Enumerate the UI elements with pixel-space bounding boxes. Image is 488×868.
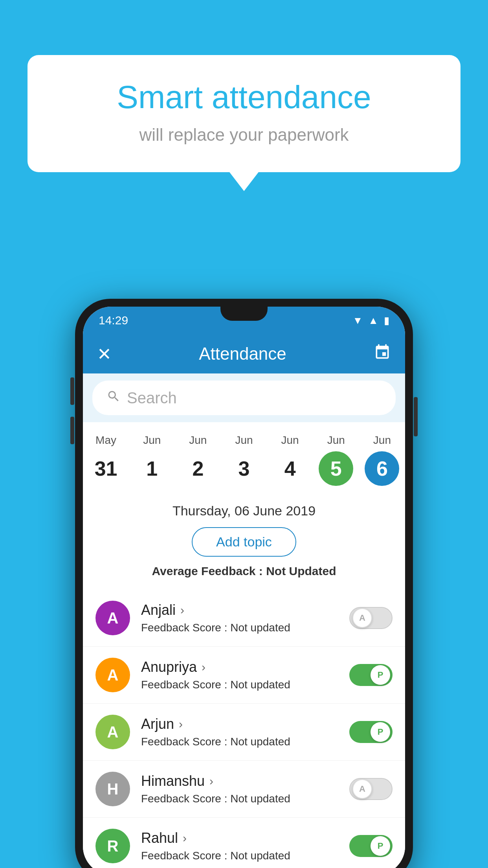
- phone-wrapper: 14:29 ▼ ▲ ▮ ✕ Attendance: [75, 299, 413, 868]
- volume-down-button: [70, 417, 74, 444]
- wifi-icon: ▼: [353, 314, 363, 327]
- student-feedback: Feedback Score : Not updated: [141, 679, 349, 691]
- add-topic-button[interactable]: Add topic: [192, 527, 296, 557]
- status-icons: ▼ ▲ ▮: [353, 314, 389, 327]
- toggle-knob: P: [371, 722, 390, 742]
- speech-bubble-heading: Smart attendance: [59, 79, 429, 116]
- student-info: Himanshu › Feedback Score : Not updated: [141, 773, 349, 805]
- toggle-present[interactable]: P: [349, 721, 393, 743]
- student-item[interactable]: A Anupriya › Feedback Score : Not update…: [83, 647, 405, 704]
- avg-feedback-label: Average Feedback :: [152, 565, 262, 577]
- search-input[interactable]: Search: [127, 389, 382, 407]
- cal-day-1[interactable]: Jun 1: [129, 430, 175, 492]
- toggle-present[interactable]: P: [349, 835, 393, 857]
- cal-day-2[interactable]: Jun 2: [175, 430, 221, 492]
- power-button: [414, 397, 418, 436]
- student-info: Arjun › Feedback Score : Not updated: [141, 716, 349, 748]
- student-info: Anupriya › Feedback Score : Not updated: [141, 659, 349, 691]
- calendar-row: May 31 Jun 1 Jun 2 Jun 3 Jun 4: [83, 422, 405, 492]
- toggle-absent[interactable]: A: [349, 607, 393, 629]
- attendance-toggle[interactable]: A: [349, 778, 393, 800]
- search-icon: [106, 389, 121, 407]
- student-name: Rahul ›: [141, 830, 349, 846]
- attendance-toggle[interactable]: P: [349, 835, 393, 857]
- student-feedback: Feedback Score : Not updated: [141, 793, 349, 805]
- phone-outer: 14:29 ▼ ▲ ▮ ✕ Attendance: [75, 299, 413, 868]
- date-info: Thursday, 06 June 2019 Add topic Average…: [83, 492, 405, 590]
- toggle-knob: A: [352, 608, 372, 628]
- student-feedback: Feedback Score : Not updated: [141, 736, 349, 748]
- chevron-right-icon: ›: [183, 831, 187, 845]
- search-bar-container: Search: [83, 373, 405, 422]
- selected-date: Thursday, 06 June 2019: [91, 503, 397, 519]
- battery-icon: ▮: [384, 314, 389, 327]
- student-feedback: Feedback Score : Not updated: [141, 622, 349, 634]
- search-bar[interactable]: Search: [92, 381, 396, 415]
- student-list: A Anjali › Feedback Score : Not updated …: [83, 590, 405, 868]
- notch: [220, 307, 268, 321]
- student-item[interactable]: H Himanshu › Feedback Score : Not update…: [83, 761, 405, 818]
- speech-bubble-subtext: will replace your paperwork: [59, 125, 429, 145]
- avg-feedback-value: Not Updated: [266, 565, 336, 577]
- avatar: R: [95, 829, 130, 863]
- cal-day-3[interactable]: Jun 3: [221, 430, 267, 492]
- attendance-toggle[interactable]: P: [349, 664, 393, 686]
- speech-bubble-container: Smart attendance will replace your paper…: [28, 55, 460, 172]
- toggle-absent[interactable]: A: [349, 778, 393, 800]
- status-bar: 14:29 ▼ ▲ ▮: [83, 307, 405, 334]
- calendar-button[interactable]: [374, 344, 391, 364]
- cal-day-6[interactable]: Jun 6: [359, 430, 405, 492]
- speech-bubble: Smart attendance will replace your paper…: [28, 55, 460, 172]
- attendance-toggle[interactable]: A: [349, 607, 393, 629]
- avatar: H: [95, 772, 130, 806]
- chevron-right-icon: ›: [202, 660, 205, 674]
- student-item[interactable]: A Anjali › Feedback Score : Not updated …: [83, 590, 405, 647]
- volume-up-button: [70, 377, 74, 405]
- cal-day-4[interactable]: Jun 4: [267, 430, 313, 492]
- avatar: A: [95, 715, 130, 749]
- toggle-knob: A: [352, 779, 372, 799]
- chevron-right-icon: ›: [209, 774, 213, 788]
- chevron-right-icon: ›: [179, 717, 183, 731]
- app-bar: ✕ Attendance: [83, 334, 405, 373]
- toggle-knob: P: [371, 836, 390, 856]
- student-feedback: Feedback Score : Not updated: [141, 850, 349, 862]
- avatar: A: [95, 601, 130, 635]
- toggle-present[interactable]: P: [349, 664, 393, 686]
- avg-feedback: Average Feedback : Not Updated: [91, 565, 397, 578]
- student-name: Anjali ›: [141, 602, 349, 618]
- toggle-knob: P: [371, 665, 390, 685]
- phone-screen: 14:29 ▼ ▲ ▮ ✕ Attendance: [83, 307, 405, 868]
- chevron-right-icon: ›: [180, 603, 184, 617]
- attendance-toggle[interactable]: P: [349, 721, 393, 743]
- cal-day-0[interactable]: May 31: [83, 430, 129, 492]
- signal-icon: ▲: [368, 314, 378, 327]
- cal-day-5[interactable]: Jun 5: [313, 430, 359, 492]
- student-info: Anjali › Feedback Score : Not updated: [141, 602, 349, 634]
- avatar: A: [95, 658, 130, 692]
- student-item[interactable]: R Rahul › Feedback Score : Not updated P: [83, 818, 405, 868]
- student-name: Anupriya ›: [141, 659, 349, 675]
- student-name: Himanshu ›: [141, 773, 349, 789]
- student-info: Rahul › Feedback Score : Not updated: [141, 830, 349, 862]
- student-name: Arjun ›: [141, 716, 349, 732]
- app-bar-title: Attendance: [199, 344, 286, 364]
- status-time: 14:29: [99, 314, 128, 327]
- close-button[interactable]: ✕: [97, 344, 112, 364]
- student-item[interactable]: A Arjun › Feedback Score : Not updated P: [83, 704, 405, 761]
